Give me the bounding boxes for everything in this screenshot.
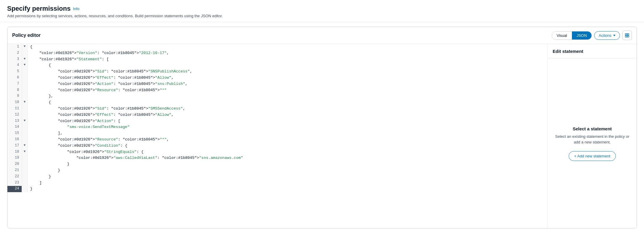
line-number: 16 bbox=[7, 137, 22, 143]
gutter-cell bbox=[22, 93, 28, 99]
line-number: 19 bbox=[7, 155, 22, 161]
code-cell: "color:#0d1926">"Statement": [ bbox=[28, 56, 548, 63]
line-number: 22 bbox=[7, 174, 22, 180]
table-row: 16 "color:#0d1926">"Resource": "color:#1… bbox=[7, 137, 548, 143]
svg-rect-3 bbox=[627, 36, 629, 37]
code-cell: }, bbox=[28, 93, 548, 99]
gutter-cell: ▼ bbox=[22, 99, 28, 106]
table-row: 19 "color:#0d1926">"aws:CalledViaLast": … bbox=[7, 155, 548, 161]
line-number: 7 bbox=[7, 81, 22, 87]
right-panel-body: Select a statement Select an existing st… bbox=[548, 59, 637, 228]
code-cell: "color:#0d1926">"Sid": "color:#1b8045">"… bbox=[28, 106, 548, 112]
page-title-row: Specify permissions Info bbox=[7, 5, 637, 12]
select-statement-desc: Select an existing statement in the poli… bbox=[555, 134, 629, 145]
line-number: 11 bbox=[7, 106, 22, 112]
gutter-cell bbox=[22, 69, 28, 75]
gutter-cell: ▼ bbox=[22, 149, 28, 155]
code-cell: { bbox=[28, 62, 548, 69]
line-number: 14 bbox=[7, 124, 22, 130]
svg-rect-0 bbox=[625, 34, 627, 35]
table-row: 5 "color:#0d1926">"Sid": "color:#1b8045"… bbox=[7, 69, 548, 75]
table-row: 24} bbox=[7, 186, 548, 192]
add-new-statement-button[interactable]: + Add new statement bbox=[569, 151, 616, 161]
gutter-cell bbox=[22, 112, 28, 118]
line-number: 3 bbox=[7, 56, 22, 63]
tab-json[interactable]: JSON bbox=[572, 31, 592, 40]
table-row: 1▼{ bbox=[7, 44, 548, 50]
chevron-down-icon bbox=[613, 35, 616, 36]
gutter-cell bbox=[22, 168, 28, 174]
code-cell: } bbox=[28, 174, 548, 180]
code-cell: } bbox=[28, 168, 548, 174]
line-number: 18 bbox=[7, 149, 22, 155]
code-cell: "color:#0d1926">"Condition": { bbox=[28, 143, 548, 149]
line-number: 2 bbox=[7, 50, 22, 56]
line-number: 10 bbox=[7, 99, 22, 106]
gutter-cell bbox=[22, 186, 28, 192]
table-row: 21 } bbox=[7, 168, 548, 174]
editor-title: Policy editor bbox=[12, 33, 41, 38]
gutter-cell: ▼ bbox=[22, 44, 28, 50]
code-cell: "color:#0d1926">"Effect": "color:#1b8045… bbox=[28, 75, 548, 81]
table-row: 17▼ "color:#0d1926">"Condition": { bbox=[7, 143, 548, 149]
gutter-cell bbox=[22, 124, 28, 130]
gutter-cell: ▼ bbox=[22, 62, 28, 69]
table-row: 10▼ { bbox=[7, 99, 548, 106]
gutter-cell bbox=[22, 137, 28, 143]
table-row: 4▼ { bbox=[7, 62, 548, 69]
table-row: 11 "color:#0d1926">"Sid": "color:#1b8045… bbox=[7, 106, 548, 112]
line-number: 15 bbox=[7, 130, 22, 137]
table-row: 8 "color:#0d1926">"Resource": "color:#1b… bbox=[7, 87, 548, 94]
gutter-cell bbox=[22, 81, 28, 87]
line-number: 6 bbox=[7, 75, 22, 81]
line-number: 17 bbox=[7, 143, 22, 149]
svg-rect-2 bbox=[625, 36, 627, 37]
code-cell: } bbox=[28, 161, 548, 168]
line-number: 9 bbox=[7, 93, 22, 99]
gutter-cell bbox=[22, 87, 28, 94]
editor-controls: Visual JSON Actions bbox=[552, 31, 632, 40]
code-cell: "color:#0d1926">"Action": [ bbox=[28, 118, 548, 124]
svg-rect-1 bbox=[627, 34, 629, 35]
line-number: 4 bbox=[7, 62, 22, 69]
view-tab-group: Visual JSON bbox=[552, 31, 592, 40]
select-statement-title: Select a statement bbox=[573, 126, 612, 131]
table-row: 23 ] bbox=[7, 180, 548, 186]
tab-visual[interactable]: Visual bbox=[552, 31, 572, 40]
line-number: 24 bbox=[7, 186, 22, 192]
code-cell: } bbox=[28, 186, 548, 192]
code-table: 1▼{2 "color:#0d1926">"Version": "color:#… bbox=[7, 44, 548, 192]
gutter-cell bbox=[22, 180, 28, 186]
table-row: 13▼ "color:#0d1926">"Action": [ bbox=[7, 118, 548, 124]
policy-editor-container: Policy editor Visual JSON Actions bbox=[7, 27, 637, 228]
code-cell: "color:#0d1926">"Resource": "color:#1b80… bbox=[28, 87, 548, 94]
code-panel[interactable]: 1▼{2 "color:#0d1926">"Version": "color:#… bbox=[7, 44, 548, 228]
line-number: 5 bbox=[7, 69, 22, 75]
right-panel: Edit statement Select a statement Select… bbox=[548, 44, 637, 228]
line-number: 20 bbox=[7, 161, 22, 168]
line-number: 21 bbox=[7, 168, 22, 174]
line-number: 13 bbox=[7, 118, 22, 124]
actions-button[interactable]: Actions bbox=[594, 31, 620, 40]
editor-header: Policy editor Visual JSON Actions bbox=[7, 27, 637, 44]
table-row: 9 }, bbox=[7, 93, 548, 99]
code-cell: "color:#0d1926">"StringEquals": { bbox=[28, 149, 548, 155]
info-link[interactable]: Info bbox=[73, 7, 79, 11]
table-row: 14 "sms-voice:SendTextMessage" bbox=[7, 124, 548, 130]
gutter-cell bbox=[22, 75, 28, 81]
gutter-cell bbox=[22, 106, 28, 112]
code-cell: "color:#0d1926">"Effect": "color:#1b8045… bbox=[28, 112, 548, 118]
line-number: 12 bbox=[7, 112, 22, 118]
editor-body: 1▼{2 "color:#0d1926">"Version": "color:#… bbox=[7, 44, 637, 228]
table-row: 2 "color:#0d1926">"Version": "color:#1b8… bbox=[7, 50, 548, 56]
table-row: 18▼ "color:#0d1926">"StringEquals": { bbox=[7, 149, 548, 155]
page-title: Specify permissions bbox=[7, 5, 71, 12]
gutter-cell: ▼ bbox=[22, 143, 28, 149]
code-cell: { bbox=[28, 44, 548, 50]
table-row: 15 ], bbox=[7, 130, 548, 137]
expand-icon-button[interactable] bbox=[622, 31, 632, 40]
gutter-cell bbox=[22, 130, 28, 137]
code-cell: "color:#0d1926">"Sid": "color:#1b8045">"… bbox=[28, 69, 548, 75]
code-cell: "color:#0d1926">"aws:CalledViaLast": "co… bbox=[28, 155, 548, 161]
gutter-cell: ▼ bbox=[22, 118, 28, 124]
